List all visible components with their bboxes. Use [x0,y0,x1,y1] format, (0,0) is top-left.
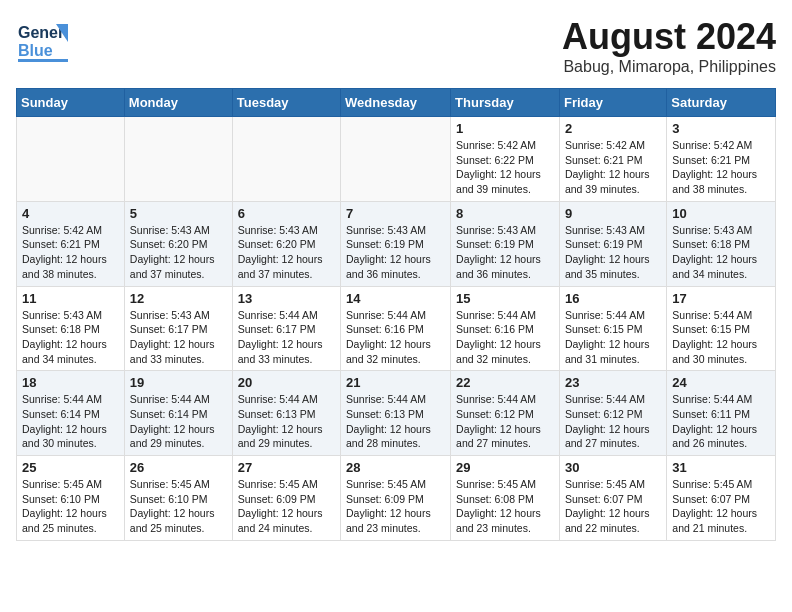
weekday-header-wednesday: Wednesday [341,89,451,117]
day-info: Sunrise: 5:44 AMSunset: 6:15 PMDaylight:… [672,308,770,367]
weekday-header-sunday: Sunday [17,89,125,117]
day-number: 25 [22,460,119,475]
day-number: 1 [456,121,554,136]
day-number: 13 [238,291,335,306]
day-info: Sunrise: 5:43 AMSunset: 6:19 PMDaylight:… [456,223,554,282]
calendar-week-row: 25Sunrise: 5:45 AMSunset: 6:10 PMDayligh… [17,456,776,541]
calendar-day-cell: 16Sunrise: 5:44 AMSunset: 6:15 PMDayligh… [559,286,666,371]
day-info: Sunrise: 5:44 AMSunset: 6:14 PMDaylight:… [22,392,119,451]
day-info: Sunrise: 5:44 AMSunset: 6:12 PMDaylight:… [456,392,554,451]
day-number: 12 [130,291,227,306]
day-info: Sunrise: 5:45 AMSunset: 6:08 PMDaylight:… [456,477,554,536]
calendar-day-cell: 27Sunrise: 5:45 AMSunset: 6:09 PMDayligh… [232,456,340,541]
day-number: 21 [346,375,445,390]
day-number: 18 [22,375,119,390]
calendar-day-cell: 2Sunrise: 5:42 AMSunset: 6:21 PMDaylight… [559,117,666,202]
svg-text:Blue: Blue [18,42,53,59]
calendar-day-cell: 12Sunrise: 5:43 AMSunset: 6:17 PMDayligh… [124,286,232,371]
day-number: 8 [456,206,554,221]
page-header: General Blue August 2024 Babug, Mimaropa… [16,16,776,76]
logo: General Blue [16,16,68,64]
day-info: Sunrise: 5:42 AMSunset: 6:21 PMDaylight:… [565,138,661,197]
day-info: Sunrise: 5:43 AMSunset: 6:19 PMDaylight:… [346,223,445,282]
day-info: Sunrise: 5:43 AMSunset: 6:20 PMDaylight:… [238,223,335,282]
day-number: 31 [672,460,770,475]
calendar-day-cell: 20Sunrise: 5:44 AMSunset: 6:13 PMDayligh… [232,371,340,456]
day-info: Sunrise: 5:43 AMSunset: 6:18 PMDaylight:… [672,223,770,282]
day-info: Sunrise: 5:43 AMSunset: 6:18 PMDaylight:… [22,308,119,367]
calendar-day-cell: 21Sunrise: 5:44 AMSunset: 6:13 PMDayligh… [341,371,451,456]
day-info: Sunrise: 5:44 AMSunset: 6:16 PMDaylight:… [456,308,554,367]
day-info: Sunrise: 5:45 AMSunset: 6:10 PMDaylight:… [130,477,227,536]
weekday-header-tuesday: Tuesday [232,89,340,117]
location-title: Babug, Mimaropa, Philippines [562,58,776,76]
weekday-header-thursday: Thursday [451,89,560,117]
calendar-day-cell [124,117,232,202]
logo-icon: General Blue [16,16,68,64]
day-number: 5 [130,206,227,221]
day-number: 7 [346,206,445,221]
day-number: 30 [565,460,661,475]
calendar-day-cell: 18Sunrise: 5:44 AMSunset: 6:14 PMDayligh… [17,371,125,456]
day-number: 10 [672,206,770,221]
day-number: 15 [456,291,554,306]
day-info: Sunrise: 5:44 AMSunset: 6:13 PMDaylight:… [238,392,335,451]
day-number: 6 [238,206,335,221]
calendar-day-cell: 5Sunrise: 5:43 AMSunset: 6:20 PMDaylight… [124,201,232,286]
day-number: 2 [565,121,661,136]
calendar-week-row: 4Sunrise: 5:42 AMSunset: 6:21 PMDaylight… [17,201,776,286]
day-info: Sunrise: 5:45 AMSunset: 6:07 PMDaylight:… [672,477,770,536]
day-info: Sunrise: 5:45 AMSunset: 6:10 PMDaylight:… [22,477,119,536]
calendar-week-row: 18Sunrise: 5:44 AMSunset: 6:14 PMDayligh… [17,371,776,456]
calendar-week-row: 1Sunrise: 5:42 AMSunset: 6:22 PMDaylight… [17,117,776,202]
calendar-day-cell: 11Sunrise: 5:43 AMSunset: 6:18 PMDayligh… [17,286,125,371]
day-info: Sunrise: 5:42 AMSunset: 6:22 PMDaylight:… [456,138,554,197]
calendar-day-cell: 3Sunrise: 5:42 AMSunset: 6:21 PMDaylight… [667,117,776,202]
weekday-header-saturday: Saturday [667,89,776,117]
day-info: Sunrise: 5:45 AMSunset: 6:07 PMDaylight:… [565,477,661,536]
calendar-day-cell [17,117,125,202]
day-number: 4 [22,206,119,221]
day-info: Sunrise: 5:44 AMSunset: 6:15 PMDaylight:… [565,308,661,367]
calendar-day-cell [341,117,451,202]
calendar-day-cell: 14Sunrise: 5:44 AMSunset: 6:16 PMDayligh… [341,286,451,371]
day-info: Sunrise: 5:42 AMSunset: 6:21 PMDaylight:… [672,138,770,197]
svg-rect-3 [18,59,68,62]
calendar-day-cell: 13Sunrise: 5:44 AMSunset: 6:17 PMDayligh… [232,286,340,371]
day-info: Sunrise: 5:44 AMSunset: 6:13 PMDaylight:… [346,392,445,451]
day-number: 27 [238,460,335,475]
calendar-day-cell: 6Sunrise: 5:43 AMSunset: 6:20 PMDaylight… [232,201,340,286]
day-number: 9 [565,206,661,221]
day-number: 28 [346,460,445,475]
day-info: Sunrise: 5:45 AMSunset: 6:09 PMDaylight:… [238,477,335,536]
calendar-day-cell: 22Sunrise: 5:44 AMSunset: 6:12 PMDayligh… [451,371,560,456]
calendar-day-cell: 8Sunrise: 5:43 AMSunset: 6:19 PMDaylight… [451,201,560,286]
day-number: 29 [456,460,554,475]
day-info: Sunrise: 5:43 AMSunset: 6:17 PMDaylight:… [130,308,227,367]
day-number: 19 [130,375,227,390]
calendar-day-cell: 17Sunrise: 5:44 AMSunset: 6:15 PMDayligh… [667,286,776,371]
day-number: 3 [672,121,770,136]
calendar-day-cell: 1Sunrise: 5:42 AMSunset: 6:22 PMDaylight… [451,117,560,202]
calendar-day-cell: 31Sunrise: 5:45 AMSunset: 6:07 PMDayligh… [667,456,776,541]
calendar-day-cell: 4Sunrise: 5:42 AMSunset: 6:21 PMDaylight… [17,201,125,286]
day-number: 14 [346,291,445,306]
month-title: August 2024 [562,16,776,58]
calendar-day-cell: 30Sunrise: 5:45 AMSunset: 6:07 PMDayligh… [559,456,666,541]
calendar-day-cell: 15Sunrise: 5:44 AMSunset: 6:16 PMDayligh… [451,286,560,371]
day-number: 22 [456,375,554,390]
calendar-day-cell: 7Sunrise: 5:43 AMSunset: 6:19 PMDaylight… [341,201,451,286]
day-info: Sunrise: 5:44 AMSunset: 6:12 PMDaylight:… [565,392,661,451]
day-info: Sunrise: 5:44 AMSunset: 6:16 PMDaylight:… [346,308,445,367]
calendar-day-cell: 23Sunrise: 5:44 AMSunset: 6:12 PMDayligh… [559,371,666,456]
weekday-header-row: SundayMondayTuesdayWednesdayThursdayFrid… [17,89,776,117]
calendar-day-cell: 29Sunrise: 5:45 AMSunset: 6:08 PMDayligh… [451,456,560,541]
calendar-day-cell: 10Sunrise: 5:43 AMSunset: 6:18 PMDayligh… [667,201,776,286]
day-number: 24 [672,375,770,390]
day-info: Sunrise: 5:44 AMSunset: 6:17 PMDaylight:… [238,308,335,367]
day-info: Sunrise: 5:43 AMSunset: 6:20 PMDaylight:… [130,223,227,282]
day-number: 23 [565,375,661,390]
day-number: 16 [565,291,661,306]
day-number: 20 [238,375,335,390]
title-section: August 2024 Babug, Mimaropa, Philippines [562,16,776,76]
